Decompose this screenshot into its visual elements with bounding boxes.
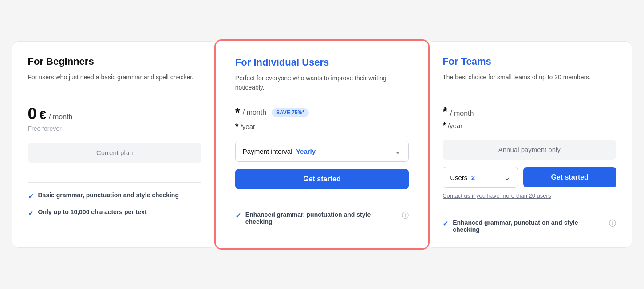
beginners-price-currency: € bbox=[40, 108, 47, 122]
list-item: ✓ Enhanced grammar, punctuation and styl… bbox=[443, 219, 616, 233]
individual-year-asterisk: * bbox=[235, 121, 239, 132]
individual-features: ✓ Enhanced grammar, punctuation and styl… bbox=[235, 211, 409, 225]
users-value: 2 bbox=[471, 174, 475, 181]
users-display[interactable]: Users 2 ⌄ bbox=[443, 167, 518, 188]
feature-text: Enhanced grammar, punctuation and style … bbox=[453, 219, 604, 233]
individual-title: For Individual Users bbox=[235, 57, 409, 68]
individual-price-block: * / month SAVE 75%* * /year bbox=[235, 105, 409, 132]
teams-features: ✓ Enhanced grammar, punctuation and styl… bbox=[443, 219, 616, 233]
beginners-card: For Beginners For users who just need a … bbox=[12, 41, 218, 248]
teams-price-year: * /year bbox=[443, 121, 616, 131]
individual-subtitle: Perfect for everyone who wants to improv… bbox=[235, 74, 409, 95]
payment-interval-text: Payment interval Yearly bbox=[243, 148, 316, 155]
teams-get-started-button[interactable]: Get started bbox=[523, 167, 616, 187]
pricing-container: For Beginners For users who just need a … bbox=[12, 41, 633, 248]
check-icon: ✓ bbox=[28, 192, 34, 200]
contact-link[interactable]: Contact us if you have more than 20 user… bbox=[443, 192, 616, 199]
payment-interval-wrapper: Payment interval Yearly ⌄ bbox=[235, 141, 409, 162]
individual-year-label: /year bbox=[241, 123, 255, 130]
users-text: Users 2 bbox=[450, 174, 475, 181]
list-item: ✓ Basic grammar, punctuation and style c… bbox=[28, 191, 201, 200]
info-icon[interactable]: ⓘ bbox=[402, 211, 409, 220]
feature-text: Only up to 10,000 characters per text bbox=[38, 208, 201, 215]
individual-divider bbox=[235, 202, 409, 202]
list-item: ✓ Enhanced grammar, punctuation and styl… bbox=[235, 211, 409, 225]
check-icon: ✓ bbox=[28, 209, 34, 217]
payment-interval-value: Yearly bbox=[296, 148, 316, 155]
feature-text: Enhanced grammar, punctuation and style … bbox=[245, 211, 397, 225]
teams-price-main: * / month bbox=[443, 105, 616, 119]
info-icon[interactable]: ⓘ bbox=[609, 219, 616, 228]
teams-price-asterisk: * bbox=[443, 105, 447, 119]
teams-card: For Teams The best choice for small team… bbox=[426, 41, 632, 248]
feature-text: Basic grammar, punctuation and style che… bbox=[38, 191, 201, 199]
beginners-features: ✓ Basic grammar, punctuation and style c… bbox=[28, 191, 201, 217]
teams-title: For Teams bbox=[443, 56, 616, 67]
beginners-price-period: / month bbox=[49, 113, 72, 121]
current-plan-button[interactable]: Current plan bbox=[28, 143, 201, 163]
payment-interval-prefix: Payment interval bbox=[243, 148, 292, 155]
beginners-price-main: 0 € / month bbox=[28, 105, 201, 123]
individual-price-period: / month bbox=[243, 109, 266, 117]
beginners-title: For Beginners bbox=[28, 56, 201, 67]
individual-price-asterisk: * bbox=[235, 105, 240, 120]
teams-price-block: * / month * /year bbox=[443, 105, 616, 131]
beginners-divider bbox=[28, 182, 201, 183]
teams-price-period: / month bbox=[450, 109, 474, 117]
check-icon: ✓ bbox=[443, 219, 448, 228]
beginners-price-value: 0 bbox=[28, 105, 37, 123]
users-label: Users bbox=[450, 174, 467, 181]
list-item: ✓ Only up to 10,000 characters per text bbox=[28, 208, 201, 217]
save-badge: SAVE 75%* bbox=[272, 108, 309, 117]
payment-interval-display[interactable]: Payment interval Yearly ⌄ bbox=[235, 141, 409, 162]
individual-card: For Individual Users Perfect for everyon… bbox=[214, 39, 430, 250]
users-select-wrapper: Users 2 ⌄ bbox=[443, 167, 518, 188]
individual-price-year: * /year bbox=[235, 121, 409, 132]
individual-get-started-button[interactable]: Get started bbox=[235, 169, 409, 189]
users-row: Users 2 ⌄ Get started bbox=[443, 167, 616, 188]
beginners-free-label: Free forever bbox=[28, 125, 201, 132]
beginners-price-block: 0 € / month Free forever bbox=[28, 105, 201, 132]
check-icon: ✓ bbox=[235, 211, 241, 220]
teams-divider bbox=[443, 210, 616, 210]
teams-subtitle: The best choice for small teams of up to… bbox=[443, 73, 616, 94]
annual-only-button: Annual payment only bbox=[443, 140, 616, 160]
chevron-down-icon: ⌄ bbox=[395, 146, 401, 156]
beginners-subtitle: For users who just need a basic grammar … bbox=[28, 73, 201, 94]
chevron-down-icon: ⌄ bbox=[504, 172, 510, 182]
teams-year-label: /year bbox=[448, 122, 462, 129]
individual-price-main: * / month SAVE 75%* bbox=[235, 105, 409, 120]
teams-year-asterisk: * bbox=[443, 121, 446, 131]
